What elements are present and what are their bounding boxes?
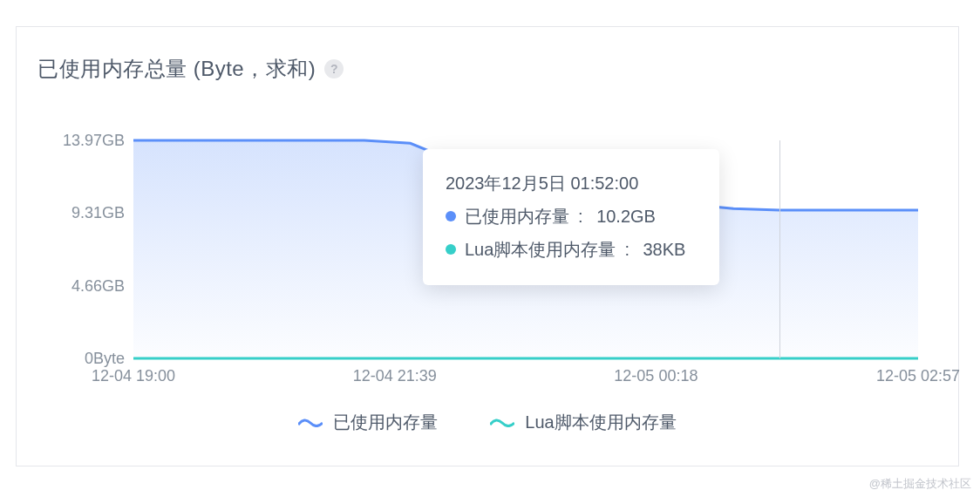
y-tick-label: 4.66GB bbox=[37, 276, 125, 295]
y-axis: 0Byte 4.66GB 9.31GB 13.97GB bbox=[37, 140, 133, 358]
tooltip-series2-label: Lua脚本使用内存量 bbox=[465, 233, 616, 266]
hover-guideline bbox=[779, 140, 780, 358]
legend-swatch-green bbox=[490, 419, 514, 427]
y-tick-label: 0Byte bbox=[37, 350, 125, 368]
help-icon[interactable]: ? bbox=[324, 59, 344, 78]
chart-title: 已使用内存总量 (Byte，求和) bbox=[37, 55, 316, 83]
x-tick-label: 12-04 19:00 bbox=[92, 367, 175, 385]
watermark: @稀土掘金技术社区 bbox=[869, 476, 971, 492]
x-tick-label: 12-04 21:39 bbox=[353, 367, 437, 385]
y-tick-label: 9.31GB bbox=[37, 204, 125, 222]
x-axis: 12-04 19:00 12-04 21:39 12-05 00:18 12-0… bbox=[133, 367, 918, 393]
legend-label: Lua脚本使用内存量 bbox=[525, 411, 676, 434]
legend-item-series2[interactable]: Lua脚本使用内存量 bbox=[490, 411, 676, 434]
tooltip-series2-value: 38KB bbox=[643, 233, 686, 266]
x-tick-label: 12-05 00:18 bbox=[614, 367, 698, 385]
chart-card: 已使用内存总量 (Byte，求和) ? 0Byte 4.66GB 9.31GB … bbox=[16, 26, 959, 466]
legend-swatch-blue bbox=[298, 419, 323, 427]
tooltip-dot-icon bbox=[446, 244, 456, 255]
tooltip-row: 已使用内存量: 10.2GB bbox=[446, 200, 697, 233]
tooltip-series1-label: 已使用内存量 bbox=[465, 200, 569, 233]
chart-header: 已使用内存总量 (Byte，求和) ? bbox=[17, 27, 958, 83]
tooltip-dot-icon bbox=[446, 211, 456, 221]
x-tick-label: 12-05 02:57 bbox=[876, 367, 960, 385]
y-tick-label: 13.97GB bbox=[37, 132, 125, 150]
legend: 已使用内存量 Lua脚本使用内存量 bbox=[37, 411, 937, 434]
tooltip-row: Lua脚本使用内存量: 38KB bbox=[446, 233, 697, 266]
tooltip-time: 2023年12月5日 01:52:00 bbox=[446, 167, 697, 200]
legend-item-series1[interactable]: 已使用内存量 bbox=[298, 411, 438, 434]
chart-tooltip: 2023年12月5日 01:52:00 已使用内存量: 10.2GB Lua脚本… bbox=[423, 149, 719, 285]
legend-label: 已使用内存量 bbox=[333, 411, 438, 434]
tooltip-series1-value: 10.2GB bbox=[596, 200, 656, 233]
